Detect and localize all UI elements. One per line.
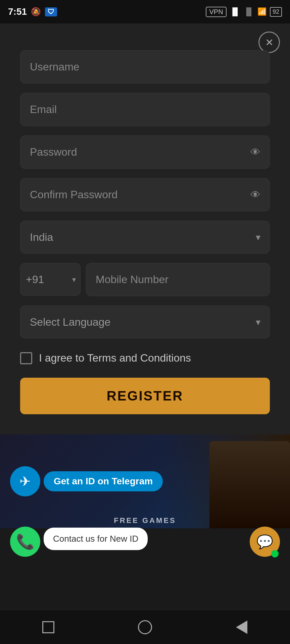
- online-status-dot: [271, 550, 279, 557]
- shield-icon: 🛡: [45, 7, 57, 16]
- email-group: [20, 93, 270, 126]
- phone-code-select[interactable]: +91 +1 +44: [20, 263, 81, 296]
- bottom-banner: ✈ Get an ID on Telegram FREE GAMES: [0, 434, 290, 528]
- mobile-number-input[interactable]: [86, 263, 270, 296]
- contact-label[interactable]: Contact us for New ID: [44, 528, 148, 550]
- android-home-button[interactable]: [137, 619, 153, 636]
- battery-indicator: 92: [270, 7, 282, 17]
- confirm-password-group: 👁: [20, 178, 270, 211]
- time-display: 7:51: [8, 6, 27, 17]
- country-select[interactable]: India United States United Kingdom: [20, 221, 270, 254]
- recent-apps-icon: [42, 621, 54, 633]
- phone-code-wrapper: +91 +1 +44 ▾: [20, 263, 81, 296]
- language-select[interactable]: Select Language English Hindi Telugu: [20, 306, 270, 338]
- confirm-password-input[interactable]: [20, 178, 270, 211]
- android-back-button[interactable]: [233, 619, 250, 636]
- whatsapp-icon: 📞: [16, 533, 35, 550]
- terms-checkbox[interactable]: [20, 352, 32, 364]
- password-input[interactable]: [20, 136, 270, 169]
- terms-label[interactable]: I agree to Terms and Conditions: [39, 352, 191, 364]
- username-input[interactable]: [20, 50, 270, 84]
- username-group: [20, 50, 270, 84]
- signal-icon: ▐▌: [230, 7, 240, 16]
- password-group: 👁: [20, 136, 270, 169]
- email-input[interactable]: [20, 93, 270, 126]
- terms-row: I agree to Terms and Conditions: [20, 352, 270, 364]
- signal-icon-2: ▐▌: [244, 7, 254, 16]
- password-eye-icon[interactable]: 👁: [250, 147, 260, 158]
- phone-group: +91 +1 +44 ▾: [20, 263, 270, 296]
- confirm-password-eye-icon[interactable]: 👁: [250, 189, 260, 201]
- notification-icon: 🔕: [31, 7, 41, 16]
- home-icon: [138, 620, 152, 634]
- chat-icon: 💬: [256, 534, 273, 550]
- close-button[interactable]: ✕: [258, 32, 280, 53]
- register-button[interactable]: REGISTER: [20, 378, 270, 414]
- banner-image: [163, 434, 290, 528]
- telegram-icon: ✈: [10, 466, 40, 496]
- banner-bottom-text: FREE GAMES: [114, 516, 176, 525]
- android-nav-bar: [0, 610, 290, 644]
- android-recent-button[interactable]: [40, 619, 57, 636]
- close-icon: ✕: [265, 37, 274, 48]
- signup-card: ✕ 👁 👁 India United States United Kingdom…: [0, 23, 290, 434]
- vpn-badge: VPN: [206, 7, 226, 17]
- back-icon: [236, 621, 247, 634]
- casino-characters-image: [209, 441, 290, 528]
- language-select-group: Select Language English Hindi Telugu ▾: [20, 306, 270, 338]
- telegram-text[interactable]: Get an ID on Telegram: [44, 471, 163, 491]
- status-bar: 7:51 🔕 🛡 VPN ▐▌ ▐▌ 📶 92: [0, 0, 290, 23]
- whatsapp-float-button[interactable]: 📞: [10, 527, 40, 557]
- wifi-icon: 📶: [257, 7, 267, 16]
- country-select-group: India United States United Kingdom ▾: [20, 221, 270, 254]
